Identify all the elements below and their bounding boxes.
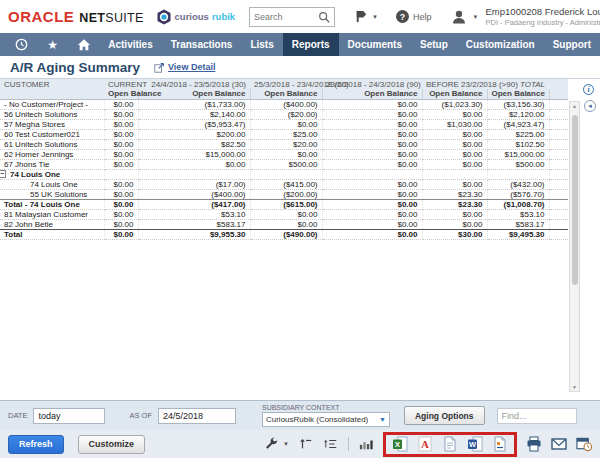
col-header-over90[interactable]: BEFORE 23/2/2018 (>90) [422, 79, 487, 89]
customer-cell: - No Customer/Project - [0, 99, 104, 109]
refresh-button[interactable]: Refresh [8, 435, 64, 454]
nav-item-transactions[interactable]: Transactions [162, 33, 242, 56]
balance-cell: $2,140.00 [138, 109, 250, 119]
balance-cell: ($417.00) [138, 199, 250, 209]
subheader: Open Balance [104, 89, 138, 99]
quick-create-menu[interactable]: ▼ [353, 9, 378, 24]
chevron-down-icon[interactable]: ▼ [283, 441, 289, 447]
customer-cell: 82 John Betle [0, 219, 104, 229]
balance-cell: $53.10 [138, 209, 250, 219]
subsidiary-value[interactable]: CuriousRubik (Consolidated) [266, 415, 368, 424]
balance-cell: ($17.00) [138, 179, 250, 189]
customize-button[interactable]: Customize [78, 435, 146, 454]
balance-cell: $0.00 [422, 219, 487, 229]
find-input[interactable] [497, 408, 577, 424]
roles-icon[interactable] [353, 9, 368, 24]
balance-cell: ($400.00) [250, 99, 322, 109]
nav-item-reports[interactable]: Reports [283, 33, 339, 56]
balance-cell: $0.00 [250, 219, 322, 229]
col-header-customer[interactable]: CUSTOMER [0, 79, 104, 89]
customer-cell: 56 Unitech Solutions [0, 109, 104, 119]
export-ppt-icon[interactable] [492, 436, 508, 452]
customer-name[interactable]: 62 Homer Jennings [4, 150, 73, 159]
table-row: 74 Louis One$0.00($17.00)($415.00)$0.00$… [0, 179, 568, 189]
filter-bar: DATE AS OF SUBSIDIARY CONTEXT CuriousRub… [0, 400, 600, 430]
recent-records-icon[interactable] [6, 33, 37, 56]
search-icon[interactable] [318, 11, 330, 23]
view-detail-icon[interactable] [154, 62, 165, 73]
customer-name[interactable]: 74 Louis One [30, 180, 78, 189]
global-search[interactable] [249, 7, 335, 27]
balance-cell: $0.00 [422, 179, 487, 189]
customer-name[interactable]: 82 John Betle [4, 220, 53, 229]
expand-rows-icon[interactable] [298, 436, 314, 452]
col-header-30days[interactable]: 24/4/2018 - 23/5/2018 (30) [138, 79, 250, 89]
report-info-icon[interactable]: i [583, 84, 594, 95]
col-header-current[interactable]: CURRENT [104, 79, 138, 89]
export-pdf-icon[interactable]: A [417, 436, 433, 452]
wrench-icon[interactable] [263, 436, 279, 452]
print-icon[interactable] [526, 436, 542, 452]
user-avatar-icon[interactable] [450, 9, 468, 25]
balance-cell: $583.17 [487, 219, 549, 229]
customer-name[interactable]: 61 Unitech Solutions [4, 140, 77, 149]
chevron-down-icon[interactable]: ▼ [372, 14, 378, 20]
user-menu[interactable]: ▼ [450, 9, 479, 25]
nav-item-documents[interactable]: Documents [339, 33, 411, 56]
collapse-panel-icon[interactable]: ◄ [584, 100, 596, 112]
nav-item-setup[interactable]: Setup [411, 33, 457, 56]
table-row: 82 John Betle$0.00$583.17$0.00$0.00$0.00… [0, 219, 568, 229]
asof-input[interactable] [158, 408, 236, 424]
balance-cell: $200.00 [138, 129, 250, 139]
col-header-60days[interactable]: 25/3/2018 - 23/4/2018 (60) [250, 79, 322, 89]
balance-cell: $0.00 [104, 199, 138, 209]
help-icon[interactable]: ? [396, 10, 409, 23]
chevron-down-icon[interactable]: ▼ [473, 14, 479, 20]
customer-name[interactable]: - No Customer/Project - [4, 100, 88, 109]
customer-name[interactable]: 57 Megha Stores [4, 120, 65, 129]
email-icon[interactable] [551, 436, 567, 452]
export-csv-icon[interactable] [442, 436, 458, 452]
filler-cell [549, 169, 568, 179]
vertical-scrollbar[interactable]: ▲ ▼ [569, 101, 580, 392]
report-options-menu[interactable]: ▼ [263, 436, 289, 452]
balance-cell: ($615.00) [250, 199, 322, 209]
nav-item-support[interactable]: Support [544, 33, 600, 56]
customer-name[interactable]: 55 UK Solutions [30, 190, 87, 199]
subsidiary-context-group: SUBSIDIARY CONTEXT CuriousRubik (Consoli… [262, 404, 390, 427]
balance-cell: $0.00 [322, 99, 422, 109]
col-header-90days[interactable]: 23/2/2018 - 24/3/2018 (90) [322, 79, 422, 89]
nav-item-activities[interactable]: Activities [99, 33, 161, 56]
date-input[interactable] [33, 408, 105, 424]
customer-name[interactable]: 60 Test Customer021 [4, 130, 80, 139]
aging-options-button[interactable]: Aging Options [404, 406, 485, 425]
help-label[interactable]: Help [413, 12, 432, 22]
search-input[interactable] [254, 12, 318, 22]
chart-view-icon[interactable] [358, 436, 374, 452]
export-word-icon[interactable]: W [467, 436, 483, 452]
export-excel-icon[interactable]: X [392, 436, 408, 452]
help-menu[interactable]: ? Help [396, 10, 432, 23]
view-detail-link[interactable]: View Detail [154, 62, 215, 73]
customer-name[interactable]: 81 Malaysian Customer [4, 210, 88, 219]
nav-item-lists[interactable]: Lists [241, 33, 282, 56]
balance-cell: $0.00 [104, 219, 138, 229]
subsidiary-select[interactable]: CuriousRubik (Consolidated) ▼ [262, 412, 390, 427]
nav-item-customization[interactable]: Customization [457, 33, 544, 56]
balance-cell: $0.00 [250, 149, 322, 159]
user-name: Emp1000208 Frederick Louis [486, 6, 600, 17]
scroll-down-icon[interactable]: ▼ [570, 384, 579, 390]
shortcuts-star-icon[interactable]: ★ [37, 33, 68, 56]
collapse-group-icon[interactable]: − [0, 170, 6, 178]
scroll-up-icon[interactable]: ▲ [570, 103, 579, 109]
customer-name[interactable]: 67 Jhons Tie [4, 160, 49, 169]
customer-name[interactable]: 56 Unitech Solutions [4, 110, 77, 119]
chevron-down-icon[interactable]: ▼ [379, 416, 386, 423]
balance-cell [250, 169, 322, 179]
scrollbar-thumb[interactable] [572, 115, 578, 285]
schedule-icon[interactable] [576, 436, 592, 452]
row-numbering-icon[interactable] [323, 436, 339, 452]
balance-cell: $0.00 [322, 219, 422, 229]
home-icon[interactable] [68, 33, 99, 56]
balance-cell: $0.00 [104, 99, 138, 109]
